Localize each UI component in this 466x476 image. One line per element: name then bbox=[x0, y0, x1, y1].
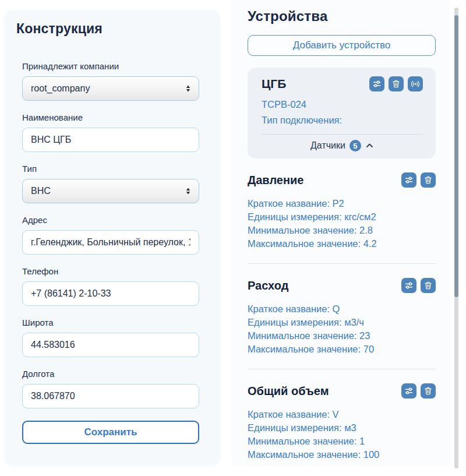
sensor-min-value: Минимальное значение: 23 bbox=[248, 329, 436, 343]
sensor-block: Общий объем bbox=[248, 369, 436, 461]
sensor-settings-button[interactable] bbox=[401, 172, 416, 188]
sensor-actions bbox=[401, 172, 436, 188]
sensor-name: Расход bbox=[248, 279, 288, 292]
company-select-value: root_company bbox=[31, 83, 90, 94]
trash-icon bbox=[423, 281, 433, 290]
scrollbar-track[interactable] bbox=[454, 8, 458, 468]
construction-panel: Конструкция Принадлежит компании root_co… bbox=[5, 10, 220, 465]
sensor-block: Расход bbox=[248, 264, 436, 369]
field-label: Долгота bbox=[22, 369, 199, 379]
sensor-properties: Краткое название: P2 Единицы измерения: … bbox=[248, 197, 436, 251]
save-button[interactable]: Сохранить bbox=[22, 421, 199, 444]
sliders-icon bbox=[372, 79, 382, 89]
company-select[interactable]: root_company bbox=[22, 76, 199, 101]
device-delete-button[interactable] bbox=[389, 76, 404, 91]
field-company: Принадлежит компании root_company bbox=[22, 61, 199, 101]
sensor-settings-button[interactable] bbox=[401, 383, 416, 399]
sensor-units: Единицы измерения: кгс/см2 bbox=[248, 210, 436, 224]
latitude-input[interactable] bbox=[22, 333, 199, 357]
device-model[interactable]: ТСРВ-024 bbox=[262, 98, 423, 111]
devices-panel: Устройства Добавить устройство ЦГБ bbox=[232, 0, 450, 466]
sensor-units: Единицы измерения: м3/ч bbox=[248, 316, 436, 329]
sensor-max-value: Максимальное значение: 4.2 bbox=[248, 237, 436, 251]
sensor-header: Общий объем bbox=[248, 383, 436, 399]
sensor-max-value: Максимальное значение: 100 bbox=[248, 448, 436, 461]
sensor-delete-button[interactable] bbox=[421, 172, 436, 188]
field-label: Адрес bbox=[22, 215, 199, 225]
sensor-actions bbox=[401, 383, 436, 399]
field-latitude: Широта bbox=[22, 318, 199, 357]
device-broadcast-button[interactable] bbox=[408, 76, 423, 91]
sensor-min-value: Минимальное значение: 1 bbox=[248, 435, 436, 448]
device-card: ЦГБ bbox=[248, 68, 436, 158]
sensor-max-value: Максимальное значение: 70 bbox=[248, 343, 436, 356]
sensors-count-badge: 5 bbox=[350, 140, 361, 151]
sensor-min-value: Минимальное значение: 2.8 bbox=[248, 224, 436, 237]
page-title: Конструкция bbox=[16, 21, 199, 37]
device-name: ЦГБ bbox=[262, 77, 286, 91]
field-label: Наименование bbox=[22, 112, 199, 122]
chevron-up-icon bbox=[365, 142, 374, 149]
sensor-short-name: Краткое название: Q bbox=[248, 302, 436, 316]
field-label: Принадлежит компании bbox=[22, 61, 199, 71]
sensor-settings-button[interactable] bbox=[401, 278, 416, 293]
trash-icon bbox=[423, 386, 433, 396]
sliders-icon bbox=[404, 281, 414, 290]
field-label: Широта bbox=[22, 318, 199, 327]
field-type: Тип ВНС bbox=[22, 164, 199, 203]
device-settings-button[interactable] bbox=[369, 76, 384, 91]
phone-input[interactable] bbox=[22, 281, 199, 306]
select-arrows-icon bbox=[185, 84, 192, 93]
scrollbar-thumb[interactable] bbox=[454, 15, 458, 297]
type-select-value: ВНС bbox=[31, 186, 51, 196]
select-arrows-icon bbox=[185, 187, 192, 195]
field-label: Телефон bbox=[22, 266, 199, 276]
sensor-short-name: Краткое название: P2 bbox=[248, 197, 436, 210]
sensor-delete-button[interactable] bbox=[421, 383, 436, 399]
sensors-toggle-label: Датчики bbox=[310, 140, 345, 151]
sliders-icon bbox=[404, 386, 414, 396]
sensor-actions bbox=[401, 278, 436, 293]
devices-title: Устройства bbox=[248, 8, 436, 24]
sensor-header: Давление bbox=[248, 172, 436, 188]
field-address: Адрес bbox=[22, 215, 199, 255]
sensors-toggle[interactable]: Датчики 5 bbox=[262, 135, 423, 153]
type-select[interactable]: ВНС bbox=[22, 179, 199, 203]
name-input[interactable] bbox=[22, 128, 199, 152]
field-phone: Телефон bbox=[22, 266, 199, 306]
address-input[interactable] bbox=[22, 230, 199, 255]
sensor-short-name: Краткое название: V bbox=[248, 408, 436, 421]
sensor-block: Давление bbox=[248, 158, 436, 264]
trash-icon bbox=[423, 175, 433, 185]
field-longitude: Долгота bbox=[22, 369, 199, 408]
sensor-delete-button[interactable] bbox=[421, 278, 436, 293]
device-card-header: ЦГБ bbox=[262, 76, 423, 91]
sensor-name: Давление bbox=[248, 174, 303, 187]
field-name: Наименование bbox=[22, 112, 199, 152]
device-connection-type: Тип подключения: bbox=[262, 114, 423, 127]
trash-icon bbox=[391, 79, 401, 89]
sliders-icon bbox=[404, 175, 414, 185]
add-device-button[interactable]: Добавить устройство bbox=[248, 35, 436, 56]
sensor-units: Единицы измерения: м3 bbox=[248, 421, 436, 435]
sensor-properties: Краткое название: Q Единицы измерения: м… bbox=[248, 302, 436, 356]
longitude-input[interactable] bbox=[22, 384, 199, 408]
field-label: Тип bbox=[22, 164, 199, 174]
device-actions bbox=[369, 76, 423, 91]
sensor-properties: Краткое название: V Единицы измерения: м… bbox=[248, 408, 436, 461]
sensor-name: Общий объем bbox=[248, 385, 329, 398]
broadcast-icon bbox=[411, 79, 420, 89]
sensor-header: Расход bbox=[248, 278, 436, 293]
